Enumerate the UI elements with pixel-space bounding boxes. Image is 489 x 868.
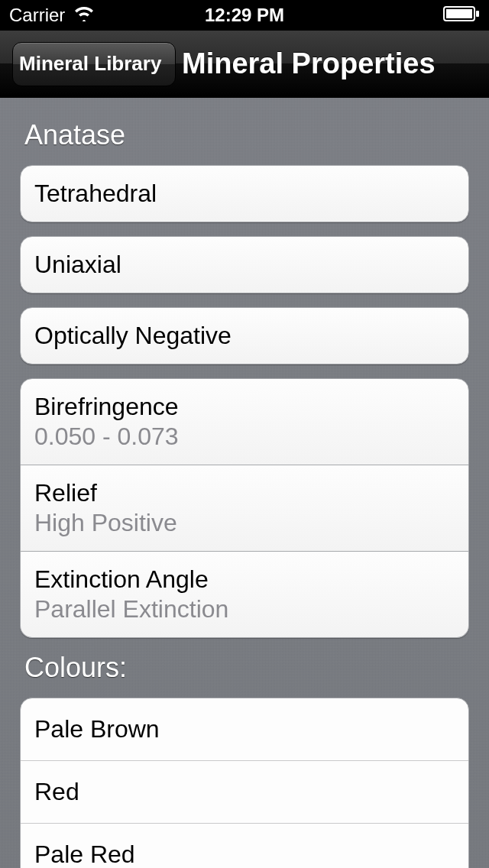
property-card[interactable]: Optically Negative	[20, 307, 469, 364]
mineral-name-header: Anatase	[24, 119, 465, 151]
svg-rect-1	[446, 9, 472, 18]
detail-label: Birefringence	[34, 393, 455, 421]
detail-card[interactable]: Birefringence 0.050 - 0.073	[20, 378, 469, 465]
svg-rect-2	[476, 11, 479, 17]
detail-value: 0.050 - 0.073	[34, 423, 455, 451]
back-button[interactable]: Mineral Library	[12, 42, 176, 86]
property-card[interactable]: Uniaxial	[20, 236, 469, 293]
status-left: Carrier	[9, 5, 96, 26]
detail-value: High Positive	[34, 509, 455, 537]
colours-group: Pale Brown Red Pale Red Green	[20, 698, 469, 868]
colour-row[interactable]: Pale Brown	[21, 698, 468, 761]
detail-group: Birefringence 0.050 - 0.073 Relief High …	[20, 378, 469, 638]
status-time: 12:29 PM	[205, 5, 284, 26]
wifi-icon	[73, 5, 96, 26]
property-label: Optically Negative	[34, 322, 455, 350]
colour-row[interactable]: Red	[21, 761, 468, 824]
property-label: Tetrahedral	[34, 180, 455, 208]
status-bar: Carrier 12:29 PM	[0, 0, 489, 31]
nav-bar: Mineral Library Mineral Properties	[0, 31, 489, 98]
detail-label: Extinction Angle	[34, 565, 455, 594]
page-title: Mineral Properties	[182, 47, 436, 80]
content-area: Anatase Tetrahedral Uniaxial Optically N…	[0, 98, 489, 868]
detail-card[interactable]: Extinction Angle Parallel Extinction	[20, 552, 469, 638]
back-button-label: Mineral Library	[19, 52, 161, 76]
property-card[interactable]: Tetrahedral	[20, 165, 469, 222]
detail-label: Relief	[34, 479, 455, 507]
colour-row[interactable]: Pale Red	[21, 824, 468, 868]
property-label: Uniaxial	[34, 251, 455, 279]
battery-icon	[443, 5, 480, 26]
colours-header: Colours:	[24, 652, 465, 684]
detail-card[interactable]: Relief High Positive	[20, 465, 469, 552]
detail-value: Parallel Extinction	[34, 595, 455, 623]
carrier-label: Carrier	[9, 5, 65, 26]
